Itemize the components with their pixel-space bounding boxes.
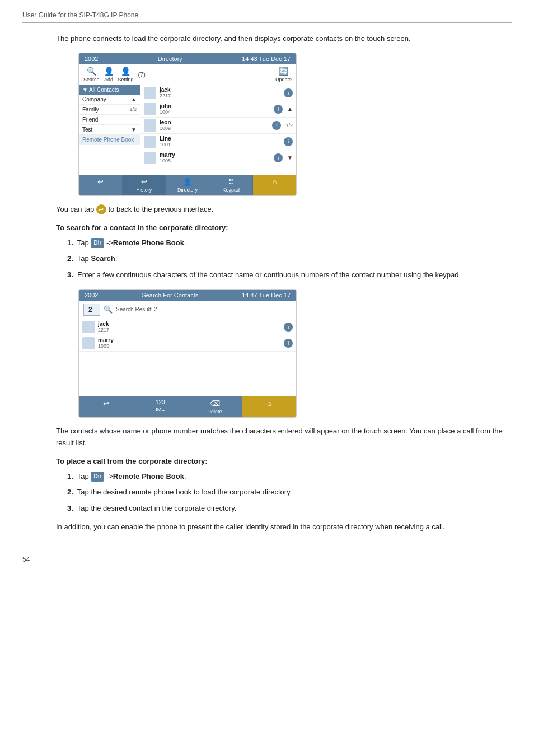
add-icon: 👤 bbox=[104, 67, 114, 76]
update-icon: 🔄 bbox=[279, 67, 288, 76]
contact-avatar bbox=[144, 87, 156, 99]
footer-directory[interactable]: 👤 Directory bbox=[166, 175, 210, 195]
empty-space bbox=[79, 352, 296, 396]
search-result-count: Search Result: 2 bbox=[116, 306, 157, 312]
footer-back[interactable]: ↩ bbox=[79, 175, 123, 195]
page-indicator: 1/2 bbox=[285, 123, 293, 128]
home-icon2: ⌂ bbox=[267, 399, 271, 408]
footer2-home[interactable]: ⌂ bbox=[242, 396, 296, 417]
contact-info-icon[interactable]: i bbox=[284, 323, 293, 332]
screen1-toolbar: 🔍 Search 👤 Add 👤 Setting (7) 🔄 Update bbox=[79, 64, 296, 85]
contact-avatar bbox=[82, 337, 95, 349]
steps-list-2: 1. Tap Dir ->Remote Phone Book. 2. Tap t… bbox=[67, 471, 512, 515]
search-heading: To search for a contact in the corporate… bbox=[56, 223, 512, 232]
footer2-ime[interactable]: 123 IME bbox=[133, 396, 188, 417]
sidebar-family[interactable]: Family 1/2 bbox=[79, 105, 140, 115]
screen1-main: ▼ All Contacts Company ▲ Family 1/2 Frie… bbox=[79, 85, 296, 175]
contact-avatar bbox=[82, 321, 95, 333]
delete-icon: ⌫ bbox=[210, 399, 220, 408]
contact-info-icon[interactable]: i bbox=[274, 105, 283, 114]
search-icon: 🔍 bbox=[87, 67, 96, 76]
result-jack[interactable]: jack 2217 i bbox=[79, 319, 296, 335]
back-icon-inline: ↩ bbox=[96, 204, 106, 214]
right-scroll-up[interactable]: ▲ bbox=[287, 106, 293, 112]
screen1-sidebar: ▼ All Contacts Company ▲ Family 1/2 Frie… bbox=[79, 85, 140, 175]
screen1-title: Directory bbox=[98, 55, 242, 62]
search-tool[interactable]: 🔍 Search bbox=[83, 67, 100, 82]
dir-icon-1: Dir bbox=[91, 238, 104, 248]
screen2-time: 14 47 Tue Dec 17 bbox=[242, 292, 291, 298]
update-tool[interactable]: 🔄 Update bbox=[275, 67, 292, 82]
footer2-delete[interactable]: ⌫ Delete bbox=[188, 396, 242, 417]
search-results: jack 2217 i marry 1005 i bbox=[79, 319, 296, 396]
sidebar-test[interactable]: Test ▼ bbox=[79, 125, 140, 135]
contact-avatar bbox=[144, 103, 156, 115]
screen2-footer: ↩ 123 IME ⌫ Delete ⌂ bbox=[79, 396, 296, 417]
step2-2: 2. Tap the desired remote phone book to … bbox=[67, 487, 512, 498]
keypad-icon: ⠿ bbox=[228, 178, 234, 186]
history-icon: ↩ bbox=[141, 178, 147, 186]
contact-marry[interactable]: marry 1005 i ▼ bbox=[140, 150, 296, 166]
screen2-header: 2002 Search For Contacts 14 47 Tue Dec 1… bbox=[79, 290, 296, 301]
screen1-contacts: jack 2217 i john 1004 i ▲ leon 1009 bbox=[140, 85, 296, 175]
contact-line[interactable]: Line 1001 i bbox=[140, 134, 296, 150]
contact-info-icon[interactable]: i bbox=[284, 137, 293, 146]
step1-2: 2. Tap Search. bbox=[67, 253, 512, 265]
test-down-arrow: ▼ bbox=[131, 127, 137, 133]
contact-leon[interactable]: leon 1009 i 1/2 bbox=[140, 118, 296, 134]
contact-info-icon[interactable]: i bbox=[284, 339, 293, 348]
all-contacts-item[interactable]: ▼ All Contacts bbox=[79, 85, 140, 95]
search-number[interactable]: 2 bbox=[83, 304, 100, 316]
footer-keypad[interactable]: ⠿ Keypad bbox=[209, 175, 253, 195]
step1-1: 1. Tap Dir ->Remote Phone Book. bbox=[67, 237, 512, 249]
directory-icon: 👤 bbox=[183, 178, 192, 186]
remote-phone-book-label: Remote Phone Book bbox=[113, 239, 184, 247]
contact-info-icon[interactable]: i bbox=[274, 153, 283, 162]
page-header: User Guide for the SIP-T48G IP Phone bbox=[22, 11, 512, 23]
step1-3: 3. Enter a few continuous characters of … bbox=[67, 269, 512, 281]
contact-avatar bbox=[144, 152, 156, 164]
contact-john[interactable]: john 1004 i ▲ bbox=[140, 101, 296, 118]
footer2-back[interactable]: ↩ bbox=[79, 396, 133, 417]
search-screen: 2002 Search For Contacts 14 47 Tue Dec 1… bbox=[78, 289, 297, 418]
call-heading: To place a call from the corporate direc… bbox=[56, 457, 512, 465]
footer-home[interactable]: ⌂ bbox=[253, 175, 296, 195]
header-title: User Guide for the SIP-T48G IP Phone bbox=[22, 11, 138, 19]
search-bar: 2 🔍 Search Result: 2 bbox=[79, 301, 296, 319]
steps-list-1: 1. Tap Dir ->Remote Phone Book. 2. Tap S… bbox=[67, 237, 512, 281]
setting-tool[interactable]: 👤 Setting bbox=[118, 67, 134, 82]
screen2-title: Search For Contacts bbox=[98, 292, 242, 298]
sidebar-friend[interactable]: Friend bbox=[79, 115, 140, 125]
screen2-phone-num: 2002 bbox=[85, 292, 98, 298]
back-instruction: You can tap ↩ to back to the previous in… bbox=[56, 204, 512, 216]
result-text: The contacts whose name or phone number … bbox=[56, 426, 512, 449]
intro-text: The phone connects to load the corporate… bbox=[56, 33, 512, 45]
footer-note: In addition, you can enable the phone to… bbox=[56, 521, 512, 533]
dir-icon-2: Dir bbox=[91, 472, 104, 482]
right-scroll-down[interactable]: ▼ bbox=[287, 155, 293, 161]
contact-info-icon[interactable]: i bbox=[272, 121, 281, 130]
page-number: 54 bbox=[22, 556, 512, 563]
result-marry[interactable]: marry 1005 i bbox=[79, 335, 296, 352]
footer-history[interactable]: ↩ History bbox=[123, 175, 166, 195]
back-icon2: ↩ bbox=[103, 399, 109, 408]
screen1-phone-num: 2002 bbox=[85, 55, 98, 62]
sidebar-remote-phone-book[interactable]: Remote Phone Book bbox=[79, 135, 140, 145]
add-tool[interactable]: 👤 Add bbox=[104, 67, 114, 82]
contact-avatar bbox=[144, 119, 156, 132]
contact-info-icon[interactable]: i bbox=[284, 88, 293, 97]
contact-avatar bbox=[144, 136, 156, 148]
setting-icon: 👤 bbox=[121, 67, 130, 76]
toolbar-count: (7) bbox=[138, 71, 146, 78]
back-icon: ↩ bbox=[97, 178, 104, 186]
company-up-arrow: ▲ bbox=[131, 96, 137, 102]
screen1-footer: ↩ ↩ History 👤 Directory ⠿ Keypad ⌂ bbox=[79, 175, 296, 195]
sidebar-company[interactable]: Company ▲ bbox=[79, 95, 140, 105]
screen1-time: 14 43 Tue Dec 17 bbox=[242, 55, 291, 62]
screen1-header: 2002 Directory 14 43 Tue Dec 17 bbox=[79, 53, 296, 64]
contact-jack[interactable]: jack 2217 i bbox=[140, 85, 296, 101]
search-icon-2: 🔍 bbox=[104, 305, 113, 314]
home-icon: ⌂ bbox=[273, 178, 277, 186]
step2-1: 1. Tap Dir ->Remote Phone Book. bbox=[67, 471, 512, 483]
step2-3: 3. Tap the desired contact in the corpor… bbox=[67, 503, 512, 515]
